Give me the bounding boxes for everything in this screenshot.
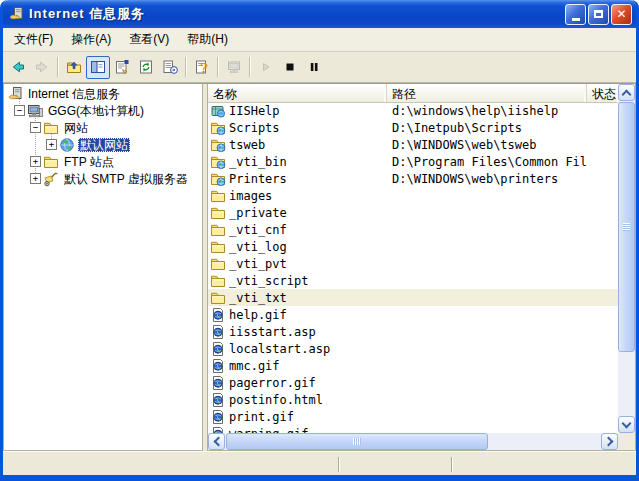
menu-item-help[interactable]: 帮助(H) bbox=[178, 28, 237, 51]
toolbar-refresh-button[interactable] bbox=[134, 56, 158, 79]
file-name-text: tsweb bbox=[229, 138, 265, 152]
chevron-right-icon bbox=[603, 437, 613, 447]
toolbar-export-list-button[interactable] bbox=[158, 56, 182, 79]
column-header-path[interactable]: 路径 bbox=[387, 84, 587, 102]
tree-item[interactable]: −GGG(本地计算机) bbox=[4, 102, 202, 119]
file-name-cell: localstart.asp bbox=[208, 341, 387, 357]
toolbar-up-one-level-button[interactable] bbox=[62, 56, 86, 79]
computer-icon bbox=[27, 103, 43, 119]
pause-icon bbox=[306, 59, 322, 75]
column-header-name[interactable]: 名称 bbox=[208, 84, 387, 102]
toolbar-separator bbox=[217, 57, 219, 77]
file-name-text: _vti_cnf bbox=[229, 223, 287, 237]
list-row[interactable]: print.gif bbox=[208, 408, 618, 425]
list-row[interactable]: PrintersD:\WINDOWS\web\printers bbox=[208, 170, 618, 187]
list-row[interactable]: IISHelpd:\windows\help\iishelp bbox=[208, 102, 618, 119]
menu-item-action[interactable]: 操作(A) bbox=[62, 28, 120, 51]
horizontal-scroll-thumb[interactable] bbox=[226, 433, 488, 450]
expand-plus-icon[interactable]: + bbox=[46, 139, 57, 150]
file-name-text: localstart.asp bbox=[229, 342, 330, 356]
toolbar-back-button[interactable] bbox=[6, 56, 30, 79]
tree-item[interactable]: +默认 SMTP 虚拟服务器 bbox=[4, 170, 202, 187]
main-area: Internet 信息服务−GGG(本地计算机)−网站+默认网站+FTP 站点+… bbox=[3, 83, 636, 451]
expand-plus-icon[interactable]: + bbox=[30, 173, 41, 184]
toolbar-connect-computer-button[interactable] bbox=[222, 56, 246, 79]
file-name-text: IISHelp bbox=[229, 104, 280, 118]
list-row[interactable]: postinfo.html bbox=[208, 391, 618, 408]
list-row[interactable]: images bbox=[208, 187, 618, 204]
toolbar-help-button[interactable]: ? bbox=[190, 56, 214, 79]
tree-item[interactable]: Internet 信息服务 bbox=[4, 85, 202, 102]
vertical-scroll-thumb[interactable] bbox=[618, 102, 635, 352]
scroll-down-button[interactable] bbox=[618, 416, 635, 433]
web-folder-icon bbox=[210, 137, 226, 153]
list-row[interactable]: ScriptsD:\Inetpub\Scripts bbox=[208, 119, 618, 136]
collapse-minus-icon[interactable]: − bbox=[30, 122, 41, 133]
list-row[interactable]: _vti_pvt bbox=[208, 255, 618, 272]
folder-icon bbox=[210, 239, 226, 255]
toolbar: ? bbox=[3, 52, 636, 83]
minimize-button[interactable] bbox=[565, 4, 586, 25]
toolbar-pause-item-button[interactable] bbox=[302, 56, 326, 79]
list-row[interactable]: localstart.asp bbox=[208, 340, 618, 357]
list-row[interactable]: tswebD:\WINDOWS\web\tsweb bbox=[208, 136, 618, 153]
file-name-cell: _vti_script bbox=[208, 273, 387, 289]
tree-item[interactable]: +FTP 站点 bbox=[4, 153, 202, 170]
expand-plus-icon[interactable]: + bbox=[30, 156, 41, 167]
vertical-scrollbar[interactable] bbox=[618, 84, 635, 433]
play-icon bbox=[258, 59, 274, 75]
toolbar-properties-button[interactable] bbox=[110, 56, 134, 79]
web-file-icon bbox=[210, 392, 226, 408]
list-header: 名称 路径 状态 bbox=[208, 84, 618, 103]
path-cell: D:\Program Files\Common File... bbox=[387, 155, 587, 169]
close-button[interactable]: ✕ bbox=[611, 4, 632, 25]
scroll-up-button[interactable] bbox=[618, 84, 635, 101]
list-row[interactable]: warning.gif bbox=[208, 425, 618, 433]
tree-item-label: FTP 站点 bbox=[62, 155, 116, 169]
help-icon: ? bbox=[194, 59, 210, 75]
list-row[interactable]: _private bbox=[208, 204, 618, 221]
file-name-text: postinfo.html bbox=[229, 393, 323, 407]
tree-item-label: 默认网站 bbox=[78, 138, 130, 152]
tree-item-label: 网站 bbox=[62, 121, 90, 135]
toolbar-stop-item-button[interactable] bbox=[278, 56, 302, 79]
toolbar-start-item-button[interactable] bbox=[254, 56, 278, 79]
list-view-pane: 名称 路径 状态 IISHelpd:\windows\help\iishelpS… bbox=[207, 84, 636, 451]
web-file-icon bbox=[210, 409, 226, 425]
web-file-icon bbox=[210, 375, 226, 391]
toolbar-forward-button[interactable] bbox=[30, 56, 54, 79]
list-row[interactable]: help.gif bbox=[208, 306, 618, 323]
app-box-icon bbox=[210, 103, 226, 119]
menu-item-view[interactable]: 查看(V) bbox=[120, 28, 178, 51]
list-row[interactable]: _vti_script bbox=[208, 272, 618, 289]
file-name-text: mmc.gif bbox=[229, 359, 280, 373]
scroll-right-button[interactable] bbox=[601, 433, 618, 450]
file-name-cell: pagerror.gif bbox=[208, 375, 387, 391]
list-row[interactable]: mmc.gif bbox=[208, 357, 618, 374]
maximize-button[interactable] bbox=[588, 4, 609, 25]
titlebar[interactable]: Internet 信息服务 ✕ bbox=[3, 0, 636, 28]
list-row[interactable]: iisstart.asp bbox=[208, 323, 618, 340]
list-row[interactable]: _vti_cnf bbox=[208, 221, 618, 238]
file-name-cell: _vti_txt bbox=[208, 290, 387, 306]
menu-item-file[interactable]: 文件(F) bbox=[5, 28, 62, 51]
column-header-status[interactable]: 状态 bbox=[587, 84, 618, 102]
close-icon: ✕ bbox=[616, 8, 626, 20]
status-bar bbox=[3, 451, 636, 475]
collapse-minus-icon[interactable]: − bbox=[14, 105, 25, 116]
list-row[interactable]: _vti_binD:\Program Files\Common File... bbox=[208, 153, 618, 170]
status-pane bbox=[453, 452, 636, 475]
file-name-cell: _private bbox=[208, 205, 387, 221]
tree-item[interactable]: +默认网站 bbox=[4, 136, 202, 153]
folder-icon bbox=[210, 188, 226, 204]
list-row[interactable]: _vti_log bbox=[208, 238, 618, 255]
horizontal-scrollbar[interactable] bbox=[208, 433, 618, 450]
list-row[interactable]: _vti_txt bbox=[208, 289, 618, 306]
folder-icon bbox=[43, 154, 59, 170]
list-row[interactable]: pagerror.gif bbox=[208, 374, 618, 391]
toolbar-show-console-tree-button[interactable] bbox=[86, 56, 110, 79]
web-folder-icon bbox=[210, 154, 226, 170]
folder-icon bbox=[210, 256, 226, 272]
scroll-left-button[interactable] bbox=[208, 433, 225, 450]
tree-item[interactable]: −网站 bbox=[4, 119, 202, 136]
